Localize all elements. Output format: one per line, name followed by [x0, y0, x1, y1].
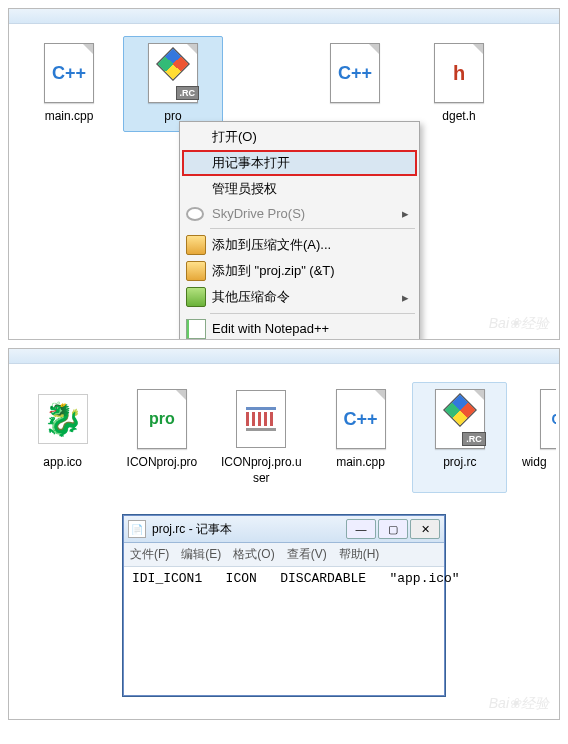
menu-label: 管理员授权 [212, 180, 277, 198]
menu-skydrive-pro[interactable]: SkyDrive Pro(S) [182, 202, 417, 225]
file-label: main.cpp [24, 109, 114, 125]
minimize-button[interactable]: ― [346, 519, 376, 539]
notepad-menubar: 文件(F) 编辑(E) 格式(O) 查看(V) 帮助(H) [124, 543, 444, 567]
h-file-icon: h [429, 43, 489, 103]
file-item-proj-rc[interactable]: .RC proj.rc [412, 382, 507, 493]
notepad-text-area[interactable]: IDI_ICON1 ICON DISCARDABLE "app.ico" [124, 567, 444, 695]
file-item-main-cpp[interactable]: C++ main.cpp [313, 382, 408, 493]
file-label: proj.rc [417, 455, 502, 471]
maximize-button[interactable]: ▢ [378, 519, 408, 539]
cpp-file-icon: C [526, 389, 557, 449]
menu-help[interactable]: 帮助(H) [339, 546, 380, 563]
menu-separator [210, 228, 415, 229]
menu-label: 用记事本打开 [212, 154, 290, 172]
cpp-file-icon: C++ [39, 43, 99, 103]
skydrive-icon [186, 207, 204, 221]
menu-edit[interactable]: 编辑(E) [181, 546, 221, 563]
explorer-panel-1: C++ main.cpp .RC pro C++ h dget.h [8, 8, 560, 340]
ico-file-icon: 🐉 [33, 389, 93, 449]
file-item-widget[interactable]: C widg [511, 382, 557, 493]
rc-file-icon: .RC [430, 389, 490, 449]
menu-add-to-projzip[interactable]: 添加到 "proj.zip" (&T) [182, 258, 417, 284]
notepad-title-text: proj.rc - 记事本 [152, 521, 232, 538]
file-grid: 🐉 app.ico pro ICONproj.pro ICONproj.pro.… [9, 364, 559, 503]
file-label: ICONproj.pro.user [219, 455, 304, 486]
notepad-window: 📄 proj.rc - 记事本 ― ▢ ✕ 文件(F) 编辑(E) 格式(O) … [123, 515, 445, 696]
menu-label: 打开(O) [212, 128, 257, 146]
window-header-strip [9, 9, 559, 24]
menu-format[interactable]: 格式(O) [233, 546, 274, 563]
window-buttons: ― ▢ ✕ [344, 519, 440, 539]
menu-label: 添加到压缩文件(A)... [212, 236, 331, 254]
file-item-proj-rc[interactable]: .RC pro [123, 36, 223, 132]
file-item-main-cpp[interactable]: C++ main.cpp [19, 36, 119, 132]
window-header-strip [9, 349, 559, 364]
archive-icon [186, 235, 206, 255]
watermark: Bai❀经验 [489, 695, 549, 713]
menu-edit-notepadpp[interactable]: Edit with Notepad++ [182, 317, 417, 340]
context-menu: 打开(O) 用记事本打开 管理员授权 SkyDrive Pro(S) 添加到压缩… [179, 121, 420, 340]
file-label: ICONproj.pro [119, 455, 204, 471]
menu-add-to-archive[interactable]: 添加到压缩文件(A)... [182, 232, 417, 258]
notepadpp-icon [186, 319, 206, 339]
file-label: app.ico [20, 455, 105, 471]
menu-view[interactable]: 查看(V) [287, 546, 327, 563]
archive-green-icon [186, 287, 206, 307]
notepad-app-icon: 📄 [128, 520, 146, 538]
file-label: dget.h [414, 109, 504, 125]
menu-admin-auth[interactable]: 管理员授权 [182, 176, 417, 202]
menu-label: 添加到 "proj.zip" (&T) [212, 262, 335, 280]
menu-separator [210, 313, 415, 314]
file-item-iconproj-pro[interactable]: pro ICONproj.pro [114, 382, 209, 493]
watermark: Bai❀经验 [489, 315, 549, 333]
file-item-h[interactable]: h dget.h [409, 36, 509, 132]
cpp-file-icon: C++ [325, 43, 385, 103]
rc-file-icon: .RC [143, 43, 203, 103]
file-item-cpp[interactable]: C++ [305, 36, 405, 116]
notepad-titlebar[interactable]: 📄 proj.rc - 记事本 ― ▢ ✕ [124, 516, 444, 543]
menu-label: SkyDrive Pro(S) [212, 206, 305, 221]
menu-file[interactable]: 文件(F) [130, 546, 169, 563]
explorer-panel-2: 🐉 app.ico pro ICONproj.pro ICONproj.pro.… [8, 348, 560, 720]
file-item-iconproj-pro-user[interactable]: ICONproj.pro.user [214, 382, 309, 493]
prouser-file-icon [231, 389, 291, 449]
cpp-file-icon: C++ [331, 389, 391, 449]
file-item-app-ico[interactable]: 🐉 app.ico [15, 382, 110, 493]
pro-file-icon: pro [132, 389, 192, 449]
menu-other-zip[interactable]: 其他压缩命令 [182, 284, 417, 310]
archive-icon [186, 261, 206, 281]
menu-open[interactable]: 打开(O) [182, 124, 417, 150]
menu-open-with-notepad[interactable]: 用记事本打开 [182, 150, 417, 176]
file-label: widg [516, 455, 552, 471]
menu-label: Edit with Notepad++ [212, 321, 329, 336]
menu-label: 其他压缩命令 [212, 288, 290, 306]
close-button[interactable]: ✕ [410, 519, 440, 539]
file-label: main.cpp [318, 455, 403, 471]
